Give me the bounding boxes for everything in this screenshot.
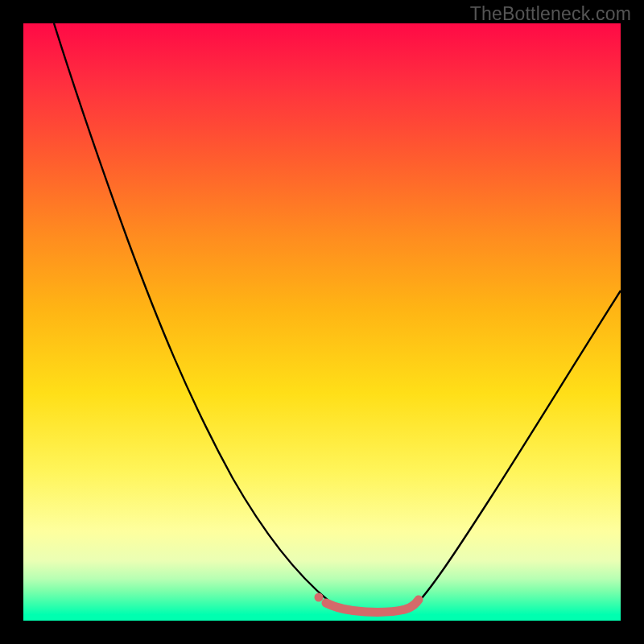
pink-overlay <box>326 600 419 612</box>
right-curve <box>414 291 621 607</box>
curve-svg <box>23 23 621 621</box>
left-curve <box>54 23 341 609</box>
plot-area <box>23 23 621 621</box>
watermark-text: TheBottleneck.com <box>470 3 631 25</box>
chart-frame: TheBottleneck.com <box>0 0 644 644</box>
pink-dot-icon <box>315 593 324 602</box>
